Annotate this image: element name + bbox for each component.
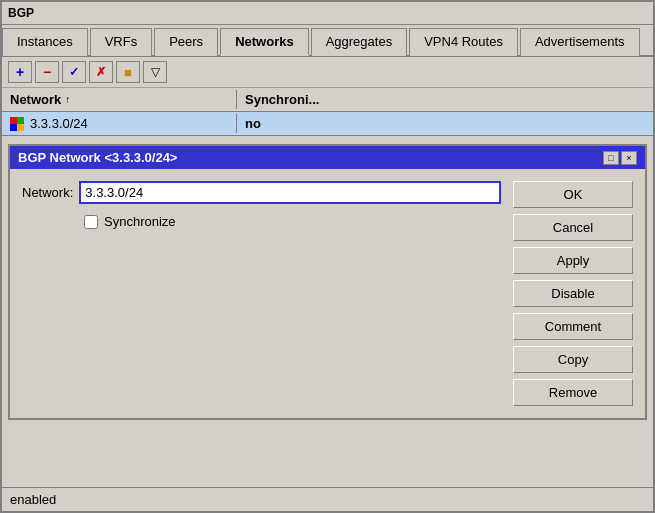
dialog-title-text: BGP Network <3.3.3.0/24> xyxy=(18,150,177,165)
check-icon: ✓ xyxy=(69,65,79,79)
dialog-left-panel: Network: Synchronize xyxy=(22,181,501,406)
disable-button[interactable]: Disable xyxy=(513,280,633,307)
main-window: BGP Instances VRFs Peers Networks Aggreg… xyxy=(0,0,655,513)
window-title: BGP xyxy=(2,2,653,25)
table-row[interactable]: 3.3.3.0/24 no xyxy=(2,112,653,135)
dialog-title-bar: BGP Network <3.3.3.0/24> □ × xyxy=(10,146,645,169)
tab-advertisements[interactable]: Advertisements xyxy=(520,28,640,56)
table-header: Network ↑ Synchroni... xyxy=(2,88,653,112)
status-bar: enabled xyxy=(2,487,653,511)
tab-vrfs[interactable]: VRFs xyxy=(90,28,153,56)
dialog-body: Network: Synchronize OK Cancel Apply Dis… xyxy=(10,169,645,418)
bgp-network-dialog: BGP Network <3.3.3.0/24> □ × Network: Sy… xyxy=(8,144,647,420)
synchronize-label: Synchronize xyxy=(104,214,176,229)
network-label: Network: xyxy=(22,185,73,200)
row-network-value: 3.3.3.0/24 xyxy=(30,116,88,131)
sort-arrow-icon: ↑ xyxy=(65,94,70,105)
tab-networks[interactable]: Networks xyxy=(220,28,309,56)
tab-vpn4routes[interactable]: VPN4 Routes xyxy=(409,28,518,56)
square-button[interactable]: ■ xyxy=(116,61,140,83)
status-text: enabled xyxy=(10,492,56,507)
network-icon xyxy=(10,117,24,131)
tab-peers[interactable]: Peers xyxy=(154,28,218,56)
x-button[interactable]: ✗ xyxy=(89,61,113,83)
tab-instances[interactable]: Instances xyxy=(2,28,88,56)
x-icon: ✗ xyxy=(96,65,106,79)
filter-button[interactable]: ▽ xyxy=(143,61,167,83)
remove-button[interactable]: − xyxy=(35,61,59,83)
tab-aggregates[interactable]: Aggregates xyxy=(311,28,408,56)
row-network-cell: 3.3.3.0/24 xyxy=(2,114,237,133)
network-table: Network ↑ Synchroni... 3.3.3.0/24 no xyxy=(2,88,653,136)
network-field-row: Network: xyxy=(22,181,501,204)
remove-dialog-button[interactable]: Remove xyxy=(513,379,633,406)
dialog-restore-button[interactable]: □ xyxy=(603,151,619,165)
ok-button[interactable]: OK xyxy=(513,181,633,208)
dialog-right-panel: OK Cancel Apply Disable Comment Copy Rem… xyxy=(513,181,633,406)
square-icon: ■ xyxy=(124,65,132,80)
toolbar: + − ✓ ✗ ■ ▽ xyxy=(2,57,653,88)
row-sync-cell: no xyxy=(237,114,653,133)
network-input[interactable] xyxy=(79,181,501,204)
cancel-button[interactable]: Cancel xyxy=(513,214,633,241)
col-header-network: Network ↑ xyxy=(2,90,237,109)
apply-button[interactable]: Apply xyxy=(513,247,633,274)
filter-icon: ▽ xyxy=(151,65,160,79)
synchronize-checkbox[interactable] xyxy=(84,215,98,229)
check-button[interactable]: ✓ xyxy=(62,61,86,83)
minus-icon: − xyxy=(43,64,51,80)
dialog-close-button[interactable]: × xyxy=(621,151,637,165)
dialog-title-buttons: □ × xyxy=(603,151,637,165)
synchronize-row: Synchronize xyxy=(84,214,501,229)
tabs-bar: Instances VRFs Peers Networks Aggregates… xyxy=(2,25,653,57)
plus-icon: + xyxy=(16,64,24,80)
comment-button[interactable]: Comment xyxy=(513,313,633,340)
add-button[interactable]: + xyxy=(8,61,32,83)
copy-button[interactable]: Copy xyxy=(513,346,633,373)
col-header-sync: Synchroni... xyxy=(237,90,653,109)
